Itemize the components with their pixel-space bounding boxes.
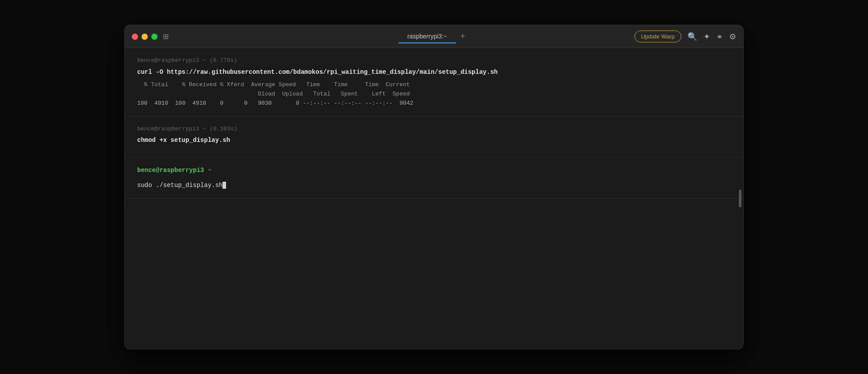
ai-icon[interactable]: ✦ xyxy=(703,32,710,42)
add-tab-button[interactable]: + xyxy=(456,30,470,43)
cursor xyxy=(223,182,226,189)
prompt-2: bence@raspberrypi3 ~ (0.103s) xyxy=(137,125,731,134)
pane-icon[interactable]: ⊞ xyxy=(163,32,169,41)
command-2: chmod +x setup_display.sh xyxy=(137,135,731,145)
maximize-button[interactable] xyxy=(151,34,157,40)
terminal-section-3: bence@raspberrypi3 ~ sudo ./setup_displa… xyxy=(125,157,743,199)
notification-icon[interactable]: ⚭ xyxy=(716,32,723,42)
search-icon[interactable]: 🔍 xyxy=(687,32,697,42)
update-warp-button[interactable]: Update Warp xyxy=(634,31,681,42)
curl-header-row2: Dload Upload Total Spent Left Speed xyxy=(137,90,731,99)
active-prompt-tilde: ~ xyxy=(208,167,211,174)
titlebar-actions: Update Warp 🔍 ✦ ⚭ ⚙ xyxy=(634,31,736,42)
tab-bar: raspberrypi3:~ + xyxy=(399,30,469,43)
terminal-body[interactable]: bence@raspberrypi3 ~ (0.778s) curl -O ht… xyxy=(125,48,743,349)
active-tab[interactable]: raspberrypi3:~ xyxy=(399,30,456,43)
curl-header-row1: % Total % Received % Xferd Average Speed… xyxy=(137,80,731,90)
prompt-1: bence@raspberrypi3 ~ (0.778s) xyxy=(137,56,731,65)
settings-icon[interactable]: ⚙ xyxy=(729,32,736,42)
titlebar: ⊞ raspberrypi3:~ + Update Warp 🔍 ✦ ⚭ ⚙ xyxy=(125,25,743,48)
traffic-lights xyxy=(132,34,157,40)
terminal-section-1: bence@raspberrypi3 ~ (0.778s) curl -O ht… xyxy=(125,48,743,117)
tab-label: raspberrypi3:~ xyxy=(407,33,447,40)
terminal-window: ⊞ raspberrypi3:~ + Update Warp 🔍 ✦ ⚭ ⚙ b… xyxy=(124,25,744,349)
minimize-button[interactable] xyxy=(142,34,148,40)
scrollbar[interactable] xyxy=(739,190,741,207)
close-button[interactable] xyxy=(132,34,138,40)
active-prompt-user: bence@raspberrypi3 xyxy=(137,167,204,174)
curl-data-row: 100 4910 100 4910 0 0 9030 0 --:--:-- --… xyxy=(137,99,731,108)
curl-output: % Total % Received % Xferd Average Speed… xyxy=(137,80,731,108)
terminal-section-2: bence@raspberrypi3 ~ (0.103s) chmod +x s… xyxy=(125,117,743,157)
current-command: sudo ./setup_display.sh xyxy=(137,180,731,190)
command-1: curl -O https://raw.githubusercontent.co… xyxy=(137,67,731,77)
